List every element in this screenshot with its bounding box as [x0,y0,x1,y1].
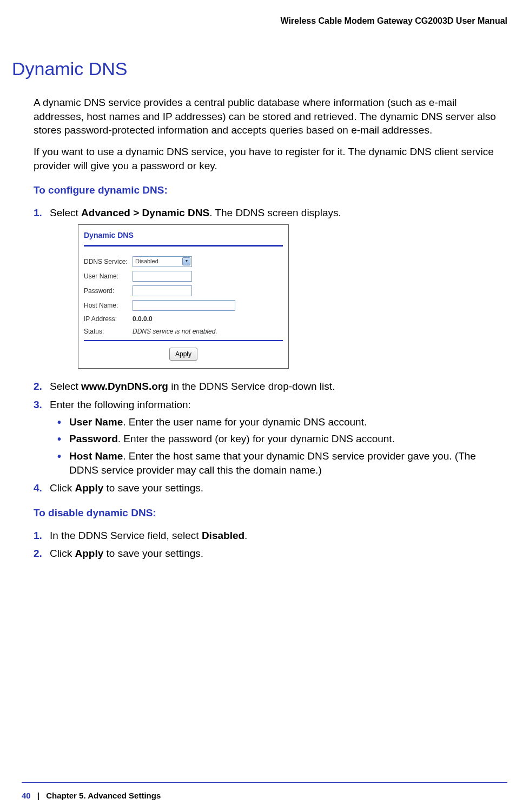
row-status: Status: DDNS service is not enabled. [84,327,283,336]
step-number: 4. [34,481,42,495]
step-number: 2. [34,547,42,561]
value-ip-address: 0.0.0.0 [133,315,153,323]
chevron-down-icon: ▾ [182,257,190,265]
paragraph-intro-2: If you want to use a dynamic DNS service… [34,145,502,172]
disable-step-1: 1. In the DDNS Service field, select Dis… [34,529,507,543]
label-ddns-service: DDNS Service: [84,257,133,266]
sub-bold: Host Name [69,450,123,462]
sub-user-name: • User Name. Enter the user name for you… [52,415,507,429]
step-number: 3. [34,398,42,412]
label-status: Status: [84,327,133,336]
disable-step-2: 2. Click Apply to save your settings. [34,547,507,561]
paragraph-intro-1: A dynamic DNS service provides a central… [34,96,502,137]
step-text-bold: Advanced > Dynamic DNS [81,207,209,218]
input-user-name[interactable] [133,271,192,282]
step-text-bold: Apply [75,482,103,494]
steps-disable: 1. In the DDNS Service field, select Dis… [34,529,507,561]
screenshot-divider-2 [84,340,283,341]
sub-bold: Password [69,433,118,444]
step-text-bold: www.DynDNS.org [81,381,168,392]
step-3-sublist: • User Name. Enter the user name for you… [52,415,507,477]
footer-rule [22,782,507,783]
screenshot-title: Dynamic DNS [84,228,283,245]
label-host-name: Host Name: [84,301,133,310]
sub-host-name: • Host Name. Enter the host same that yo… [52,449,507,477]
page-footer: 40 | Chapter 5. Advanced Settings [22,791,161,800]
label-password: Password: [84,287,133,295]
step-number: 1. [34,529,42,543]
sub-bold: User Name [69,416,123,428]
step-text-post: in the DDNS Service drop-down list. [168,381,335,392]
footer-chapter: Chapter 5. Advanced Settings [46,791,161,800]
subheading-configure: To configure dynamic DNS: [34,184,507,196]
step-text-post: to save your settings. [103,482,203,494]
row-host-name: Host Name: [84,300,283,311]
step-text-pre: Select [50,207,81,218]
input-host-name[interactable] [133,300,235,311]
input-password[interactable] [133,285,192,296]
step-3: 3. Enter the following information: • Us… [34,398,507,477]
label-user-name: User Name: [84,272,133,281]
select-value: Disabled [135,257,158,265]
document-header-title: Wireless Cable Modem Gateway CG2003D Use… [22,16,507,26]
row-password: Password: [84,285,283,296]
step-number: 2. [34,380,42,394]
subheading-disable: To disable dynamic DNS: [34,507,507,519]
footer-separator: | [33,791,44,800]
row-user-name: User Name: [84,271,283,282]
step-2: 2. Select www.DynDNS.org in the DDNS Ser… [34,380,507,394]
page-number: 40 [22,791,31,800]
step-text-pre: Click [50,482,75,494]
step-4: 4. Click Apply to save your settings. [34,481,507,495]
step-text-bold: Disabled [202,530,244,541]
steps-configure: 1. Select Advanced > Dynamic DNS. The DD… [34,206,507,495]
bullet-icon: • [57,449,61,464]
ddns-screenshot: Dynamic DNS DDNS Service: Disabled ▾ Use… [78,224,289,369]
step-text: Enter the following information: [50,399,191,410]
sub-password: • Password. Enter the password (or key) … [52,432,507,446]
step-number: 1. [34,206,42,220]
step-1: 1. Select Advanced > Dynamic DNS. The DD… [34,206,507,369]
select-ddns-service[interactable]: Disabled ▾ [133,256,192,267]
section-heading: Dynamic DNS [12,58,507,79]
bullet-icon: • [57,415,61,430]
step-text-pre: Select [50,381,81,392]
label-ip-address: IP Address: [84,315,133,323]
step-text-bold: Apply [75,548,103,559]
screenshot-divider [84,245,283,247]
step-text-pre: Click [50,548,75,559]
row-ip-address: IP Address: 0.0.0.0 [84,315,283,323]
step-text-post: to save your settings. [103,548,203,559]
value-status: DDNS service is not enabled. [133,327,217,336]
bullet-icon: • [57,432,61,447]
sub-text: . Enter the password (or key) for your d… [118,433,395,444]
sub-text: . Enter the user name for your dynamic D… [123,416,367,428]
step-text-pre: In the DDNS Service field, select [50,530,202,541]
step-text-post: . [244,530,247,541]
step-text-post: . The DDNS screen displays. [209,207,341,218]
sub-text: . Enter the host same that your dynamic … [69,450,476,476]
row-ddns-service: DDNS Service: Disabled ▾ [84,256,283,267]
apply-button[interactable]: Apply [169,348,197,361]
